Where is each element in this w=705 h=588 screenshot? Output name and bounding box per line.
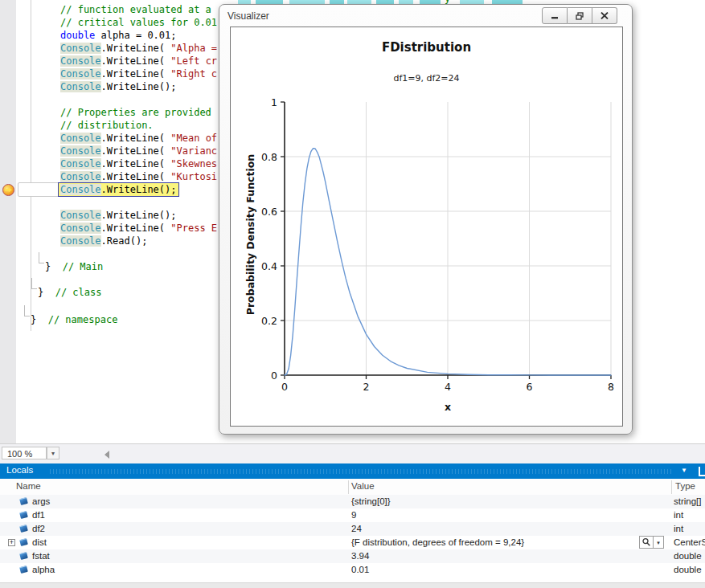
locals-row-df1[interactable]: df19int [0,508,705,522]
svg-text:0: 0 [281,381,288,393]
svg-text:2: 2 [363,381,370,393]
code-token: // namespace [48,314,118,325]
restore-button[interactable] [568,7,592,24]
code-line[interactable]: Console.WriteLine(); [60,80,177,93]
code-line[interactable]: } // namespace [31,313,117,326]
magnifier-icon[interactable] [639,536,654,549]
code-line[interactable]: Console.WriteLine( "Left cr [60,55,217,67]
column-header-type[interactable]: Type [675,481,695,491]
chevron-down-icon[interactable]: ▼ [681,467,687,474]
zoom-dropdown-arrow[interactable]: ▾ [47,447,59,459]
code-line[interactable]: Console.Read(); [60,235,147,247]
svg-text:0.4: 0.4 [261,260,277,272]
variable-type: int [674,510,683,520]
variable-value: 0.01 [351,565,369,574]
code-token: // distribution. [60,120,154,131]
code-token: "Varianc [170,145,217,157]
code-token: // class [55,287,102,298]
code-token: // Main [63,261,104,272]
code-token: "Left cr [170,55,217,67]
locals-row-alpha[interactable]: alpha0.01double [0,563,705,577]
variable-type: double [674,551,702,561]
editor-zoom-select[interactable]: 100 % [2,447,47,459]
locals-title-text: Locals [6,465,33,475]
code-token: "Kurtosi [170,171,217,182]
code-token: .WriteLine(); [101,210,177,221]
locals-titlebar[interactable]: Locals ▼ [0,463,705,479]
code-token: .WriteLine( [101,171,171,182]
code-token: "Skewnes [170,158,217,169]
code-token: .Read(); [101,235,148,247]
code-line[interactable]: Console.WriteLine( "Kurtosi [60,170,217,183]
hscroll-left-arrow[interactable] [105,451,109,459]
pin-icon[interactable] [699,467,705,476]
brace-guide [39,252,44,263]
code-token: .WriteLine( [101,68,171,80]
code-line[interactable]: // distribution. [60,119,154,132]
titlebar-grip [50,469,673,474]
svg-text:8: 8 [608,381,614,393]
code-token: "Right c [170,68,217,80]
code-line[interactable]: Console.WriteLine(); [60,209,177,222]
code-token: .WriteLine( [101,158,171,169]
code-line[interactable]: // Properties are provided [60,106,211,119]
locals-row-dist[interactable]: +dist{F distribution, degrees of freedom… [0,536,705,549]
window-controls [542,7,617,24]
svg-text:0.6: 0.6 [261,206,277,218]
variable-name: fstat [32,551,50,561]
code-token: Console [60,235,101,247]
locals-row-df2[interactable]: df224int [0,522,705,536]
breakpoint-gutter[interactable] [0,0,16,443]
current-statement-line[interactable]: Console.WriteLine(); [59,183,178,196]
code-token: .WriteLine(); [101,184,177,195]
code-line[interactable]: Console.WriteLine( "Varianc [60,145,217,157]
code-token: alpha = 0.01; [95,30,176,41]
column-separator[interactable] [671,480,672,494]
variable-name: alpha [32,565,55,574]
code-token: Console [60,81,101,92]
code-token: "Alpha = [170,43,217,54]
variable-value: 3.94 [351,551,369,561]
current-line-margin-box [18,182,59,197]
locals-row-args[interactable]: args{string[0]}string[] [0,495,705,508]
code-line[interactable]: } // Main [45,260,103,273]
variable-name: df2 [32,524,45,533]
code-token: .WriteLine( [101,55,171,67]
code-line[interactable]: Console.WriteLine( "Skewnes [60,157,217,170]
column-separator[interactable] [348,480,349,494]
code-token: } [38,287,55,298]
window-title[interactable]: Visualizer [227,10,269,22]
variable-type: string[] [674,496,702,506]
ide-window: y // function evaluated at a// critical … [0,0,705,588]
magnifier-dropdown-arrow[interactable]: ▾ [654,536,664,549]
variable-type: double [674,565,702,574]
code-line[interactable]: // critical values for 0.01 [60,16,217,29]
expand-icon[interactable]: + [8,539,15,546]
close-button[interactable] [592,7,617,24]
code-token: Console [60,184,101,195]
code-token: Console [60,223,101,234]
current-statement-icon[interactable] [2,184,14,196]
field-icon [19,566,28,574]
column-header-name[interactable]: Name [16,481,41,491]
code-token: Console [60,43,101,54]
variable-name: args [32,496,50,506]
svg-text:0.2: 0.2 [261,315,277,327]
code-line[interactable]: Console.WriteLine( "Press E [60,222,217,235]
svg-text:0: 0 [271,370,277,382]
code-line[interactable]: } // class [38,286,101,299]
code-line[interactable]: Console.WriteLine( "Mean of [60,132,217,145]
variable-name: dist [32,537,47,547]
code-token: // function evaluated at a [60,4,211,15]
code-line[interactable]: double alpha = 0.01; [60,29,177,42]
code-line[interactable]: Console.WriteLine( "Alpha = [60,42,217,55]
brace-guide [31,278,37,289]
field-icon [19,497,28,505]
code-line[interactable]: // function evaluated at a [60,3,211,16]
minimize-button[interactable] [542,7,568,24]
locals-panel: Locals ▼ Name Value Type args{string[0]}… [0,463,705,588]
code-line[interactable]: Console.WriteLine( "Right c [60,67,217,80]
column-header-value[interactable]: Value [351,481,375,491]
locals-row-fstat[interactable]: fstat3.94double [0,549,705,563]
chart-subtitle: df1=9, df2=24 [231,73,622,84]
